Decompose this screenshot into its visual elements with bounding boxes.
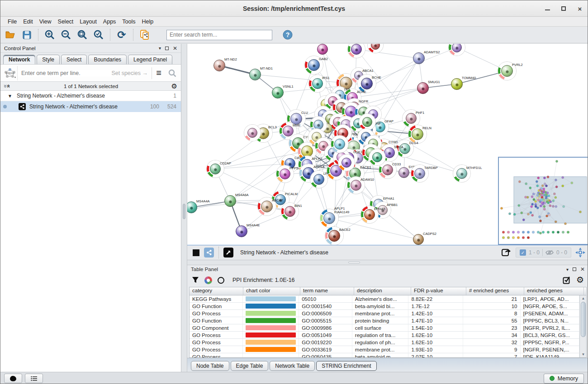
- table-panel-menu-caret-icon[interactable]: ▾: [566, 267, 569, 272]
- table-row[interactable]: GO FunctionGO:0001540beta-amyloid bi...1…: [190, 303, 579, 310]
- search-input[interactable]: [166, 30, 272, 40]
- tab-string-enrichment[interactable]: STRING Enrichment: [316, 361, 376, 371]
- table-panel-close-icon[interactable]: ✕: [580, 266, 585, 272]
- column-header-enriched-genes[interactable]: enriched genes: [524, 287, 584, 295]
- string-options-button[interactable]: ≡: [152, 66, 166, 80]
- tab-network[interactable]: Network: [3, 55, 35, 64]
- vertical-splitter[interactable]: [181, 44, 187, 372]
- network-canvas[interactable]: MT-ND2MT-ND1VSNL1GAB2IRS1CHATABCA1BCHETN…: [187, 44, 588, 245]
- string-search-button[interactable]: [166, 66, 179, 80]
- hidden-eye-icon[interactable]: [545, 249, 554, 256]
- menu-view[interactable]: View: [37, 18, 54, 26]
- column-header-chart-color[interactable]: chart color: [243, 287, 300, 295]
- close-button[interactable]: ×: [577, 5, 583, 12]
- cell: [NGFR, APOE, S...: [521, 303, 579, 309]
- string-term-input[interactable]: [18, 70, 111, 76]
- copy-network-button[interactable]: [138, 28, 152, 42]
- table-scrollbar[interactable]: ▲ ▼: [579, 295, 586, 357]
- menu-edit[interactable]: Edit: [20, 18, 36, 26]
- tab-node-table[interactable]: Node Table: [191, 361, 229, 371]
- title-bar[interactable]: Session: /tmp/enrichmentTest.cys ×: [0, 0, 588, 17]
- string-protein-query-button[interactable]: STRING: [2, 66, 18, 80]
- table-row[interactable]: GO ComponentGO:0009986cell surface1.54E-…: [190, 324, 579, 332]
- node-ball: [261, 201, 273, 212]
- table-row[interactable]: GO ProcessGO:0051049regulation of tra...…: [190, 332, 579, 339]
- column-header-fdr-p-value[interactable]: FDR p-value: [411, 287, 466, 295]
- scrollbar-thumb[interactable]: [581, 302, 586, 337]
- column-header-description[interactable]: description: [354, 287, 411, 295]
- tab-style[interactable]: Style: [37, 55, 60, 64]
- table-row[interactable]: GO ProcessGO:0033619membrane prot...1.93…: [190, 346, 579, 353]
- svg-text:?: ?: [286, 31, 290, 38]
- tab-legend-panel[interactable]: Legend Panel: [128, 55, 172, 64]
- table-row[interactable]: GO ProcessGO:0050435beta-amyloid m...2.0…: [190, 353, 579, 357]
- column-header-category[interactable]: category: [190, 287, 243, 295]
- zoom-out-button[interactable]: [59, 28, 73, 42]
- network-collection-row[interactable]: ▼ String Network - Alzheimer's disease 1: [0, 91, 181, 101]
- set-species-hint[interactable]: Set species →: [111, 70, 152, 76]
- menu-file[interactable]: File: [5, 18, 19, 26]
- selected-checkbox-icon[interactable]: ✓: [520, 249, 526, 256]
- tree-expand-icon[interactable]: ▼: [8, 94, 12, 98]
- expand-all-icon[interactable]: «: [5, 84, 12, 88]
- cell: [IDE, KIAA1149...: [521, 353, 579, 357]
- ppi-enrichment-value: PPI Enrichment: 1.0E-16: [232, 277, 557, 283]
- table-row[interactable]: KEGG Pathways05010Alzheimer's dise...8.8…: [190, 295, 579, 303]
- export-view-button[interactable]: [500, 247, 512, 258]
- network-edge-count: 524: [167, 103, 176, 110]
- node-ball: [413, 234, 424, 245]
- tab-network-table[interactable]: Network Table: [270, 361, 315, 371]
- save-session-button[interactable]: [19, 28, 34, 42]
- birds-eye-navigator[interactable]: [498, 157, 588, 245]
- tab-edge-table[interactable]: Edge Table: [231, 361, 269, 371]
- panel-float-icon[interactable]: [165, 47, 169, 50]
- refresh-network-button[interactable]: ⟳: [114, 28, 129, 42]
- memory-button[interactable]: Memory: [544, 374, 584, 384]
- share-icon: [206, 250, 212, 255]
- enrichment-settings-gear-icon[interactable]: ⚙: [576, 277, 584, 283]
- string-view-button[interactable]: [204, 248, 214, 258]
- minimize-button[interactable]: [544, 5, 550, 12]
- gear-icon[interactable]: ⚙: [171, 83, 177, 89]
- scroll-up-arrow[interactable]: ▲: [580, 295, 587, 301]
- zoom-fit-button[interactable]: [75, 28, 90, 42]
- panel-menu-caret-icon[interactable]: ▾: [159, 46, 161, 51]
- detach-view-button[interactable]: [223, 248, 233, 258]
- show-grid-button[interactable]: [190, 247, 202, 258]
- zoom-in-button[interactable]: [43, 28, 57, 42]
- select-all-checkbox-icon[interactable]: [563, 276, 571, 284]
- filter-funnel-icon[interactable]: [192, 276, 199, 284]
- tab-boundaries[interactable]: Boundaries: [88, 55, 127, 64]
- menu-layout[interactable]: Layout: [77, 18, 100, 26]
- panel-close-icon[interactable]: ✕: [173, 45, 177, 52]
- splitter-handle[interactable]: [183, 204, 185, 219]
- navigate-compass-icon[interactable]: [575, 247, 586, 258]
- help-button[interactable]: ?: [280, 28, 295, 42]
- automation-panel-button[interactable]: [4, 374, 22, 383]
- menu-help[interactable]: Help: [139, 18, 156, 26]
- menu-select[interactable]: Select: [55, 18, 76, 26]
- column-header-term-name[interactable]: term name: [300, 287, 354, 295]
- splitter-pill[interactable]: [348, 262, 360, 263]
- menu-apps[interactable]: Apps: [100, 18, 119, 26]
- table-row[interactable]: GO FunctionGO:0005515protein binding1.47…: [190, 317, 579, 324]
- cell: GO Component: [190, 324, 243, 331]
- table-panel-float-icon[interactable]: [573, 267, 576, 271]
- zoom-selected-button[interactable]: [91, 28, 106, 42]
- task-history-button[interactable]: [25, 374, 43, 383]
- node-label: VSNL1: [283, 85, 294, 89]
- enrichment-chart-icon[interactable]: [204, 276, 212, 284]
- table-row[interactable]: GO ProcessGO:0019220regulation of ph...1…: [190, 339, 579, 346]
- table-row[interactable]: GO ProcessGO:0006509membrane prot...1.42…: [190, 310, 579, 317]
- scroll-down-arrow[interactable]: ▼: [580, 351, 587, 357]
- open-session-button[interactable]: [3, 28, 18, 42]
- cell: GO Process: [190, 332, 243, 338]
- maximize-button[interactable]: [560, 5, 567, 12]
- cell: GO Function: [190, 303, 243, 309]
- network-row-selected[interactable]: String Network - Alzheimer's disease 100…: [0, 101, 181, 112]
- menu-tools[interactable]: Tools: [119, 18, 138, 26]
- column-header--enriched-genes[interactable]: # enriched genes: [466, 287, 524, 295]
- tab-select[interactable]: Select: [61, 55, 87, 64]
- horizontal-splitter[interactable]: [187, 260, 588, 265]
- ring-chart-icon[interactable]: [218, 277, 224, 284]
